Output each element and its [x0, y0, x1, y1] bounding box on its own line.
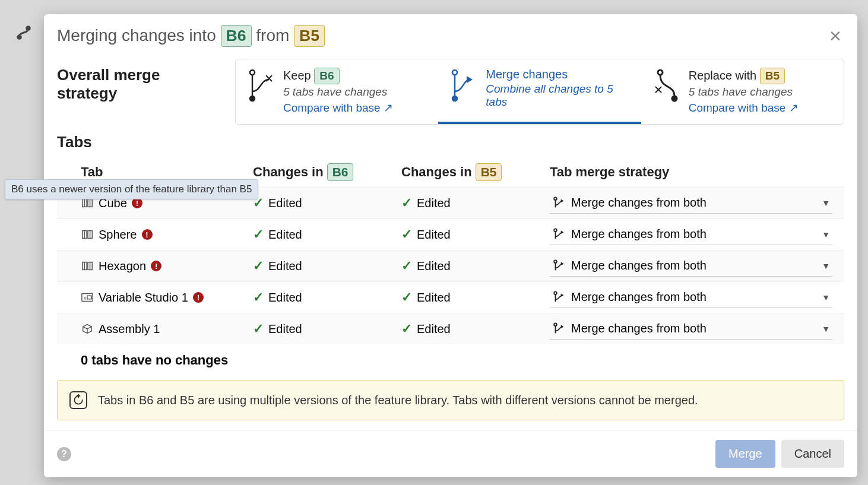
row-strategy-select[interactable]: Merge changes from both▼: [550, 318, 832, 340]
row-strategy-cell: Merge changes from both▼: [550, 318, 844, 340]
check-icon: ✓: [401, 258, 412, 274]
table-row: xVariable Studio 1!✓Edited✓EditedMerge c…: [57, 281, 844, 313]
replace-badge: B5: [760, 68, 785, 84]
help-button[interactable]: ?: [57, 447, 71, 461]
svg-point-17: [554, 229, 557, 232]
keep-icon: [246, 68, 275, 103]
chevron-down-icon: ▼: [822, 324, 830, 334]
merge-dialog: Merging changes into B6 from B5 ✕ Overal…: [44, 14, 857, 477]
dialog-header: Merging changes into B6 from B5 ✕: [44, 14, 857, 53]
row-strategy-select[interactable]: Merge changes from both▼: [550, 255, 832, 277]
row-strategy-text: Merge changes from both: [571, 259, 816, 272]
col-changes-b6: Changes in B6: [253, 163, 401, 181]
row-strategy-text: Merge changes from both: [571, 227, 816, 241]
row-strategy-cell: Merge changes from both▼: [550, 255, 844, 277]
tab-name: Assembly 1: [99, 322, 160, 336]
b5-change: ✓Edited: [401, 227, 550, 242]
dialog-title: Merging changes into B6 from B5: [57, 25, 826, 47]
b5-status: Edited: [417, 291, 451, 305]
b5-status: Edited: [417, 228, 451, 242]
row-strategy-cell: Merge changes from both▼: [550, 192, 844, 214]
overall-strategy-row: Overall merge strategy Keep B6: [44, 53, 857, 125]
strategy-merge[interactable]: Merge changes Combine all changes to 5 t…: [438, 59, 641, 124]
svg-text:x: x: [84, 295, 87, 301]
merge-changes-icon: [552, 291, 565, 304]
b6-status: Edited: [268, 196, 302, 210]
dialog-footer: ? Merge Cancel: [44, 430, 857, 477]
replace-sub: 5 tabs have changes: [689, 85, 833, 99]
check-icon: ✓: [253, 290, 264, 305]
svg-point-1: [27, 27, 30, 30]
merge-changes-icon: [552, 259, 565, 272]
svg-point-0: [18, 36, 21, 39]
replace-compare-link[interactable]: Compare with base ↗: [689, 101, 833, 115]
svg-point-26: [554, 291, 557, 294]
strategy-keep[interactable]: Keep B6 5 tabs have changes Compare with…: [236, 59, 438, 124]
title-prefix: Merging changes into: [57, 26, 216, 45]
cancel-button[interactable]: Cancel: [781, 440, 844, 468]
source-branch-badge: B5: [294, 25, 325, 47]
partstudio-icon: [81, 228, 94, 241]
tab-name: Hexagon: [99, 259, 146, 273]
update-icon: [69, 391, 87, 409]
svg-point-27: [554, 323, 557, 326]
col-tab: Tab: [81, 164, 253, 180]
check-icon: ✓: [253, 227, 264, 242]
row-strategy-select[interactable]: Merge changes from both▼: [550, 224, 832, 245]
strategy-cards: Keep B6 5 tabs have changes Compare with…: [235, 59, 844, 125]
row-strategy-cell: Merge changes from both▼: [550, 224, 844, 245]
tab-cell: Hexagon!: [81, 259, 253, 273]
no-changes-label: 0 tabs have no changes: [57, 344, 844, 376]
check-icon: ✓: [401, 195, 412, 211]
merge-changes-icon: [552, 228, 565, 241]
col-b6-badge: B6: [327, 163, 354, 181]
row-strategy-select[interactable]: Merge changes from both▼: [550, 287, 832, 308]
replace-icon: [652, 68, 680, 103]
b6-status: Edited: [268, 228, 302, 242]
b6-change: ✓Edited: [253, 290, 401, 305]
tab-name: Variable Studio 1: [99, 291, 188, 305]
col-changes-b5: Changes in B5: [401, 163, 550, 181]
strategy-replace[interactable]: Replace with B5 5 tabs have changes Comp…: [641, 59, 844, 124]
chevron-down-icon: ▼: [822, 293, 830, 302]
svg-point-12: [554, 197, 557, 200]
warning-icon: !: [142, 229, 153, 240]
background-app-icon: [15, 24, 33, 42]
b5-status: Edited: [417, 196, 451, 210]
tabs-section: Tabs Tab Changes in B6 Changes in B5 Tab…: [44, 125, 857, 376]
svg-point-5: [452, 96, 457, 101]
col-b5-badge: B5: [476, 163, 502, 181]
merge-button[interactable]: Merge: [715, 440, 775, 468]
check-icon: ✓: [401, 290, 412, 305]
b6-change: ✓Edited: [253, 321, 401, 337]
chevron-down-icon: ▼: [822, 198, 830, 208]
keep-sub: 5 tabs have changes: [283, 85, 427, 99]
keep-compare-link[interactable]: Compare with base ↗: [283, 101, 427, 115]
table-row: Sphere!✓Edited✓EditedMerge changes from …: [57, 218, 844, 250]
check-icon: ✓: [401, 227, 412, 242]
b5-status: Edited: [417, 322, 451, 336]
b5-status: Edited: [417, 259, 451, 273]
b5-change: ✓Edited: [401, 258, 550, 274]
svg-point-6: [658, 70, 663, 75]
tab-cell: Assembly 1: [81, 322, 253, 336]
table-row: Hexagon!✓Edited✓EditedMerge changes from…: [57, 250, 844, 281]
svg-point-4: [452, 70, 457, 75]
assembly-icon: [81, 322, 94, 335]
row-strategy-text: Merge changes from both: [571, 196, 816, 210]
row-strategy-text: Merge changes from both: [571, 322, 816, 335]
row-strategy-text: Merge changes from both: [571, 290, 816, 304]
chevron-down-icon: ▼: [822, 230, 830, 239]
check-icon: ✓: [253, 321, 264, 337]
b5-change: ✓Edited: [401, 321, 550, 337]
row-strategy-select[interactable]: Merge changes from both▼: [550, 192, 832, 214]
tab-name: Sphere: [99, 228, 137, 242]
warning-icon: !: [151, 261, 161, 271]
merge-title: Merge changes: [486, 68, 630, 81]
row-strategy-cell: Merge changes from both▼: [550, 287, 844, 308]
svg-rect-25: [87, 296, 91, 299]
merge-icon: [449, 68, 477, 103]
target-branch-badge: B6: [221, 25, 252, 47]
close-button[interactable]: ✕: [826, 26, 844, 46]
b5-change: ✓Edited: [401, 195, 550, 211]
